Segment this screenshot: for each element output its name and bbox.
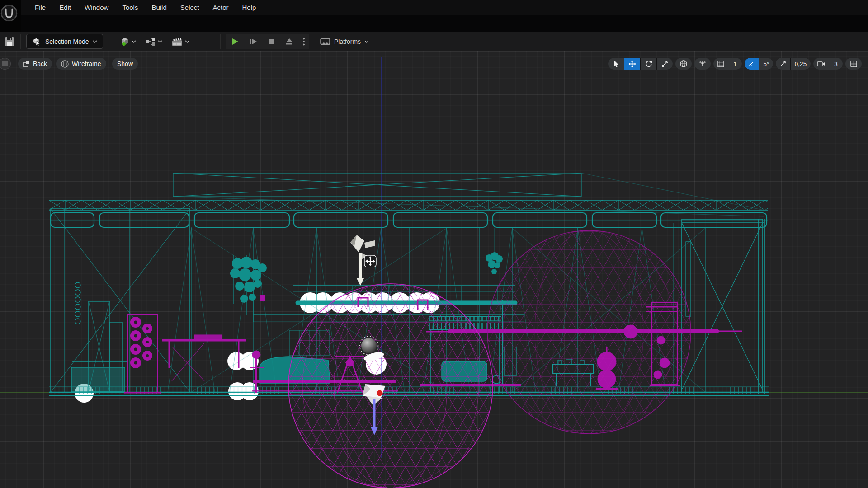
clapperboard-icon — [172, 37, 183, 46]
menu-bar: File Edit Window Tools Build Select Acto… — [0, 0, 868, 15]
move-icon — [628, 60, 636, 68]
play-controls-group — [226, 34, 309, 49]
rotate-tool-button[interactable] — [641, 58, 656, 70]
tab-strip — [0, 15, 868, 32]
four-pane-icon — [850, 61, 857, 67]
audio-volume-sphere-right[interactable] — [487, 230, 691, 434]
grid-snap-button[interactable] — [713, 58, 728, 70]
chevron-down-icon — [185, 40, 189, 43]
move-tool-button[interactable] — [624, 58, 640, 70]
audio-volume-sphere-center[interactable] — [288, 284, 493, 488]
show-dropdown[interactable]: Show — [112, 58, 138, 70]
surface-snap-icon — [699, 60, 706, 67]
grid-icon — [717, 61, 724, 67]
scale-tool-button[interactable] — [657, 58, 673, 70]
rotate-icon — [645, 60, 652, 67]
play-options-button[interactable] — [298, 34, 309, 49]
platforms-dropdown[interactable]: Platforms — [316, 34, 373, 49]
selection-mode-dropdown[interactable]: Selection Mode — [26, 34, 103, 49]
unreal-editor-window: File Edit Window Tools Build Select Acto… — [0, 0, 868, 488]
view-mode-label: Wireframe — [72, 60, 101, 67]
rotation-snapping: 5° — [745, 58, 773, 70]
grid-snap-value-label: 1 — [733, 61, 737, 67]
toolbar-separator — [20, 34, 20, 49]
grid-snapping: 1 — [713, 58, 742, 70]
frame-skip-button[interactable] — [244, 34, 262, 49]
surface-snap-button[interactable] — [694, 58, 711, 70]
angle-snap-button[interactable] — [745, 58, 759, 70]
menu-select[interactable]: Select — [174, 0, 206, 15]
window-back-icon — [23, 61, 30, 67]
platforms-icon — [320, 38, 330, 46]
transform-tools — [608, 58, 673, 70]
skip-icon — [249, 38, 257, 46]
platforms-label: Platforms — [334, 38, 361, 45]
viewport-toolbar: Back Wireframe Show — [0, 58, 868, 70]
add-actor-button[interactable] — [117, 34, 139, 49]
save-button[interactable] — [2, 34, 17, 49]
back-label: Back — [33, 60, 47, 67]
stop-button[interactable] — [262, 34, 280, 49]
angle-snap-value[interactable]: 5° — [760, 58, 773, 70]
camera-speed-value-label: 3 — [834, 61, 838, 67]
chevron-down-icon — [132, 40, 136, 43]
selection-mode-icon — [32, 37, 42, 46]
back-button[interactable]: Back — [18, 58, 52, 70]
camera-speed-value[interactable]: 3 — [829, 58, 843, 70]
chevron-down-icon — [158, 40, 162, 43]
menu-window[interactable]: Window — [78, 0, 115, 15]
chevron-down-icon — [364, 40, 369, 43]
save-icon — [5, 37, 14, 47]
cinematics-button[interactable] — [169, 34, 192, 49]
play-icon — [231, 38, 239, 46]
globe-icon — [680, 60, 687, 67]
menu-edit[interactable]: Edit — [52, 0, 78, 15]
coordinate-space — [675, 58, 692, 70]
eject-button[interactable] — [280, 34, 298, 49]
menu-tools[interactable]: Tools — [115, 0, 145, 15]
scale-snap-button[interactable] — [776, 58, 790, 70]
toolbar-separator — [220, 34, 220, 49]
chevron-down-icon — [93, 40, 97, 43]
cursor-icon — [613, 60, 619, 67]
scale-icon — [661, 61, 668, 67]
menu-help[interactable]: Help — [236, 0, 263, 15]
world-space-button[interactable] — [675, 58, 692, 70]
diagonal-arrow-icon — [780, 61, 786, 67]
viewport-layout — [845, 58, 862, 70]
blueprint-icon — [146, 37, 156, 46]
hamburger-icon — [2, 61, 8, 66]
select-tool-button[interactable] — [608, 58, 624, 70]
surface-snapping — [694, 58, 711, 70]
scale-snap-value[interactable]: 0,25 — [791, 58, 811, 70]
selection-mode-label: Selection Mode — [45, 38, 89, 45]
viewport-menu-button[interactable] — [0, 58, 11, 70]
blueprints-button[interactable] — [143, 34, 165, 49]
grid-snap-value[interactable]: 1 — [728, 58, 742, 70]
move-cursor-icon — [364, 255, 376, 267]
main-toolbar: Selection Mode — [0, 32, 868, 51]
eject-icon — [285, 38, 293, 46]
viewport-tools-group: 1 5° — [608, 58, 862, 70]
menu-build[interactable]: Build — [145, 0, 173, 15]
angle-icon — [748, 61, 755, 67]
menu-file[interactable]: File — [28, 0, 52, 15]
unreal-logo-icon — [0, 3, 20, 23]
level-viewport[interactable]: Back Wireframe Show — [0, 51, 868, 488]
scale-snapping: 0,25 — [776, 58, 811, 70]
menu-actor[interactable]: Actor — [206, 0, 235, 15]
vertical-dots-icon — [302, 37, 305, 46]
camera-icon — [817, 61, 825, 67]
camera-speed-button[interactable] — [813, 58, 829, 70]
wireframe-scene — [0, 51, 868, 488]
play-button[interactable] — [226, 34, 244, 49]
scale-snap-value-label: 0,25 — [795, 61, 807, 67]
add-cube-icon — [119, 37, 129, 47]
quad-view-button[interactable] — [845, 58, 862, 70]
show-label: Show — [117, 60, 133, 67]
view-mode-dropdown[interactable]: Wireframe — [56, 58, 106, 70]
wireframe-globe-icon — [61, 60, 69, 68]
stop-icon — [267, 38, 275, 46]
angle-snap-value-label: 5° — [764, 61, 769, 67]
camera-speed: 3 — [813, 58, 843, 70]
